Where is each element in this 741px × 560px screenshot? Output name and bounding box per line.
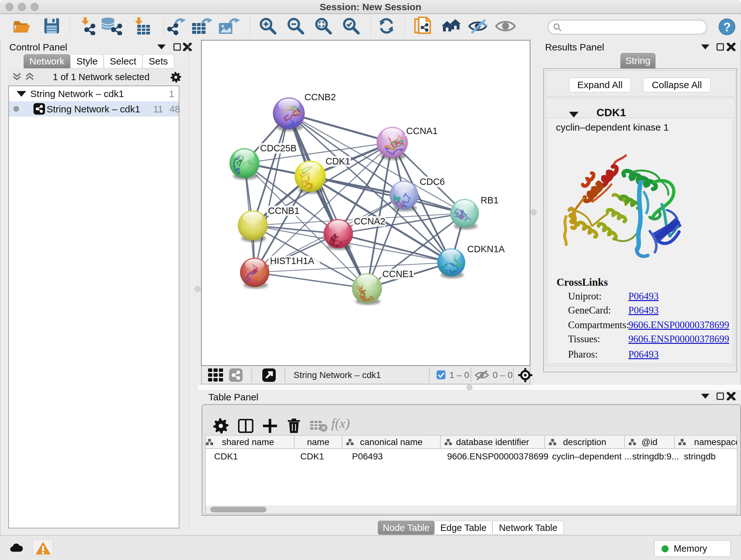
svg-text:CCNB1: CCNB1 [268, 206, 299, 216]
svg-text:CDK1: CDK1 [326, 156, 350, 166]
svg-text:CDC25B: CDC25B [260, 143, 296, 153]
svg-text:CCNE1: CCNE1 [382, 269, 414, 279]
svg-text:HIST1H1A: HIST1H1A [270, 256, 314, 266]
svg-text:CDKN1A: CDKN1A [467, 244, 505, 254]
svg-text:CCNA2: CCNA2 [354, 216, 385, 226]
svg-text:CCNB2: CCNB2 [305, 92, 336, 102]
svg-text:CDC6: CDC6 [420, 177, 445, 187]
svg-text:RB1: RB1 [481, 195, 498, 205]
svg-text:CCNA1: CCNA1 [406, 126, 437, 136]
